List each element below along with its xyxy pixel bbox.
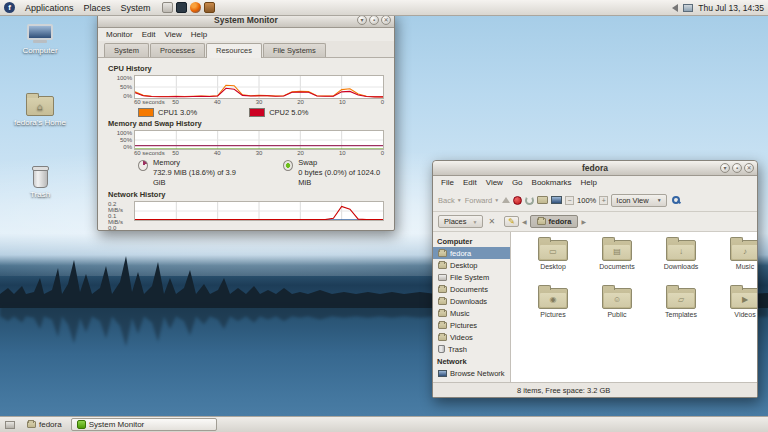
menu-edit[interactable]: Edit: [138, 30, 160, 39]
system-menu[interactable]: System: [116, 0, 156, 16]
terminal-icon[interactable]: [176, 2, 187, 13]
tab-resources[interactable]: Resources: [206, 43, 262, 58]
folder-item-templates[interactable]: ▱Templates: [649, 288, 713, 336]
applications-menu[interactable]: Applications: [20, 0, 79, 16]
folder-icon: ▭: [538, 240, 568, 261]
sidebar-item-fedora[interactable]: fedora: [433, 247, 510, 259]
tab-file-systems[interactable]: File Systems: [263, 43, 326, 57]
sidebar-item-pictures[interactable]: Pictures: [433, 319, 510, 331]
file-manager-window: fedora ▾ ▪ ✕ File Edit View Go Bookmarks…: [432, 160, 758, 398]
stop-icon[interactable]: [513, 196, 522, 205]
fedora-menu-icon[interactable]: f: [4, 2, 15, 13]
package-icon[interactable]: [204, 2, 215, 13]
menu-view[interactable]: View: [160, 30, 185, 39]
close-button[interactable]: ✕: [381, 15, 391, 25]
close-sidebar-button[interactable]: ✕: [486, 217, 497, 226]
firefox-icon[interactable]: [190, 2, 201, 13]
tab-bar: System Processes Resources File Systems: [98, 41, 394, 58]
folder-item-public[interactable]: ☺Public: [585, 288, 649, 336]
cpu-history-title: CPU History: [108, 64, 384, 73]
swap-value: 0 bytes (0.0%) of 1024.0 MiB: [298, 168, 384, 188]
top-panel: f Applications Places System Thu Jul 13,…: [0, 0, 768, 16]
home-icon[interactable]: [537, 196, 548, 204]
folder-icon: ☺: [602, 288, 632, 309]
folder-icon: ▤: [602, 240, 632, 261]
folder-icon: [438, 310, 447, 317]
back-dropdown-icon[interactable]: ▼: [457, 197, 462, 203]
window-title: System Monitor: [214, 15, 278, 25]
menubar: Monitor Edit View Help: [98, 28, 394, 41]
menu-go[interactable]: Go: [508, 178, 527, 187]
breadcrumb-fedora[interactable]: fedora: [530, 215, 579, 228]
menu-monitor[interactable]: Monitor: [102, 30, 137, 39]
task-fedora[interactable]: fedora: [22, 418, 67, 431]
clock[interactable]: Thu Jul 13, 14:35: [698, 3, 764, 13]
sidebar-item-music[interactable]: Music: [433, 307, 510, 319]
folder-item-documents[interactable]: ▤Documents: [585, 240, 649, 288]
desktop-icon-trash[interactable]: Trash: [7, 168, 73, 199]
up-icon[interactable]: [502, 197, 510, 203]
view-mode-select[interactable]: Icon View▼: [611, 194, 666, 207]
sidebar-header-network: Network: [433, 355, 510, 367]
volume-icon[interactable]: [672, 4, 678, 12]
tab-system[interactable]: System: [104, 43, 149, 57]
network-history-chart: [134, 201, 384, 221]
toolbar: Back▼ Forward▼ − 100% + Icon View▼: [433, 189, 757, 212]
task-system-monitor[interactable]: System Monitor: [71, 418, 217, 431]
show-desktop-button[interactable]: [2, 418, 18, 431]
places-select[interactable]: Places▼: [438, 215, 483, 228]
cpu-legend: CPU1 3.0% CPU2 5.0%: [108, 108, 384, 117]
close-button[interactable]: ✕: [744, 163, 754, 173]
folder-item-pictures[interactable]: ◉Pictures: [521, 288, 585, 336]
folder-item-downloads[interactable]: ↓Downloads: [649, 240, 713, 288]
tab-processes[interactable]: Processes: [150, 43, 205, 57]
folder-icon: [438, 250, 447, 257]
file-icon-view[interactable]: ▭Desktop ▤Documents ↓Downloads ♪Music ◉P…: [511, 232, 757, 382]
text-editor-icon[interactable]: [162, 2, 173, 13]
forward-dropdown-icon[interactable]: ▼: [494, 197, 499, 203]
titlebar[interactable]: fedora ▾ ▪ ✕: [433, 161, 757, 176]
back-button[interactable]: Back▼: [438, 196, 462, 205]
zoom-out-button[interactable]: −: [565, 196, 574, 205]
memory-x-axis: 60 seconds50403020100: [134, 150, 384, 157]
forward-button[interactable]: Forward▼: [465, 196, 499, 205]
minimize-button[interactable]: ▾: [357, 15, 367, 25]
search-icon[interactable]: [672, 196, 680, 204]
sidebar-item-browse-network[interactable]: Browse Network: [433, 367, 510, 379]
menu-help[interactable]: Help: [577, 178, 601, 187]
menu-edit[interactable]: Edit: [459, 178, 481, 187]
menu-view[interactable]: View: [482, 178, 507, 187]
folder-icon: [537, 218, 546, 225]
breadcrumb-right-icon[interactable]: ▶: [581, 218, 586, 225]
sidebar-item-trash[interactable]: Trash: [433, 343, 510, 355]
minimize-button[interactable]: ▾: [720, 163, 730, 173]
network-icon[interactable]: [683, 4, 693, 12]
folder-icon: ♪: [730, 240, 757, 261]
menu-help[interactable]: Help: [187, 30, 211, 39]
maximize-button[interactable]: ▪: [732, 163, 742, 173]
maximize-button[interactable]: ▪: [369, 15, 379, 25]
folder-item-desktop[interactable]: ▭Desktop: [521, 240, 585, 288]
edit-location-button[interactable]: ✎: [504, 216, 519, 227]
desktop-icon-home[interactable]: ⌂ fedora's Home: [7, 96, 73, 127]
zoom-level: 100%: [577, 196, 596, 205]
menu-bookmarks[interactable]: Bookmarks: [528, 178, 576, 187]
desktop-icon-computer[interactable]: Computer: [7, 24, 73, 55]
sidebar-item-desktop[interactable]: Desktop: [433, 259, 510, 271]
sidebar-item-videos[interactable]: Videos: [433, 331, 510, 343]
memory-label: Memory: [153, 158, 239, 168]
desktop-icon-label: fedora's Home: [7, 118, 73, 127]
reload-icon[interactable]: [525, 196, 534, 205]
sidebar-item-file-system[interactable]: File System: [433, 271, 510, 283]
folder-item-music[interactable]: ♪Music: [713, 240, 757, 288]
menu-file[interactable]: File: [437, 178, 458, 187]
folder-icon: [438, 322, 447, 329]
sidebar-item-downloads[interactable]: Downloads: [433, 295, 510, 307]
sidebar-item-documents[interactable]: Documents: [433, 283, 510, 295]
places-menu[interactable]: Places: [79, 0, 116, 16]
breadcrumb-left-icon[interactable]: ◀: [522, 218, 527, 225]
zoom-in-button[interactable]: +: [599, 196, 608, 205]
menubar: File Edit View Go Bookmarks Help: [433, 176, 757, 189]
folder-item-videos[interactable]: ▶Videos: [713, 288, 757, 336]
computer-icon[interactable]: [551, 196, 562, 204]
